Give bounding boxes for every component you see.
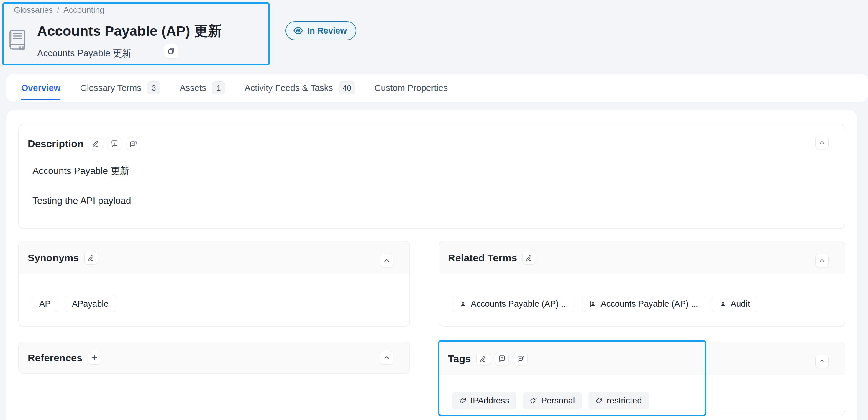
related-term-label: Audit — [731, 299, 750, 309]
tags-card: Tags ? — [439, 341, 845, 415]
related-term-label: Accounts Payable (AP) ... — [600, 299, 698, 309]
breadcrumb-accounting[interactable]: Accounting — [63, 5, 104, 15]
description-body: Accounts Payable 更新 Testing the API payl… — [19, 163, 845, 206]
page-header: Glossaries / Accounting Accounts Payable… — [0, 0, 868, 74]
breadcrumb-separator: / — [57, 5, 59, 15]
description-card-header: Description ? — [19, 124, 845, 163]
add-plus-icon — [91, 354, 98, 362]
collapse-description-button[interactable] — [815, 136, 829, 149]
collapse-synonyms-button[interactable] — [380, 253, 394, 267]
edit-description-button[interactable] — [89, 137, 102, 150]
header-divider — [274, 21, 274, 38]
related-terms-card-header: Related Terms — [439, 241, 845, 274]
synonyms-chip-row: AP APayable — [19, 274, 409, 312]
tab-glossary-terms[interactable]: Glossary Terms 3 — [80, 74, 160, 102]
related-terms-title: Related Terms — [448, 252, 517, 264]
tab-assets[interactable]: Assets 1 — [180, 74, 225, 102]
edit-related-terms-button[interactable] — [522, 251, 536, 265]
tag-icon — [530, 397, 537, 404]
tag-chip[interactable]: Personal — [523, 392, 582, 409]
description-paragraph: Accounts Payable 更新 — [32, 164, 831, 178]
tags-card-header: Tags ? — [439, 342, 845, 375]
tag-label: IPAddress — [470, 396, 509, 406]
tab-overview[interactable]: Overview — [21, 74, 60, 102]
description-paragraph: Testing the API payload — [32, 195, 831, 206]
status-badge-label: In Review — [307, 26, 347, 36]
related-term-label: Accounts Payable (AP) ... — [471, 299, 568, 309]
related-term-chip[interactable]: Audit — [712, 296, 757, 312]
overview-panel: Description ? — [6, 110, 857, 420]
tag-chip[interactable]: restricted — [588, 392, 649, 409]
collapse-related-terms-button[interactable] — [815, 253, 829, 267]
page-title: Accounts Payable (AP) 更新 — [37, 22, 222, 40]
page-subtitle: Accounts Payable 更新 — [37, 47, 131, 60]
tab-bar: Overview Glossary Terms 3 Assets 1 Activ… — [6, 74, 868, 102]
tag-icon — [595, 397, 602, 404]
tab-label: Assets — [180, 83, 206, 93]
tag-chip[interactable]: IPAddress — [452, 392, 517, 409]
tab-activity-feeds-tasks[interactable]: Activity Feeds & Tasks 40 — [245, 74, 355, 102]
references-card: References — [18, 341, 410, 374]
add-reference-button[interactable] — [88, 351, 101, 365]
tags-chip-row: IPAddress Personal restricted — [439, 375, 845, 409]
related-terms-chip-row: Accounts Payable (AP) ... Accounts Payab… — [439, 274, 845, 312]
related-terms-card: Related Terms Accounts Payable (AP) ... — [439, 241, 845, 327]
synonyms-title: Synonyms — [28, 252, 79, 264]
status-badge[interactable]: In Review — [285, 21, 356, 40]
description-title: Description — [28, 138, 84, 150]
related-term-chip[interactable]: Accounts Payable (AP) ... — [452, 296, 576, 312]
description-card: Description ? — [18, 124, 845, 229]
synonym-chip[interactable]: AP — [32, 296, 58, 312]
copy-name-button[interactable] — [164, 44, 178, 58]
tab-count-badge: 3 — [147, 82, 160, 94]
term-book-icon — [719, 300, 726, 307]
svg-text:?: ? — [114, 142, 115, 145]
glossary-term-book-icon — [8, 29, 27, 50]
question-bubble-icon[interactable]: ? — [495, 352, 509, 365]
synonyms-card: Synonyms AP APayable — [18, 241, 410, 327]
edit-synonyms-button[interactable] — [84, 251, 98, 265]
tab-count-badge: 40 — [339, 82, 355, 94]
svg-text:?: ? — [501, 357, 503, 360]
edit-tags-button[interactable] — [476, 352, 490, 365]
references-card-header: References — [19, 342, 409, 373]
breadcrumb: Glossaries / Accounting — [14, 5, 104, 15]
term-book-icon — [589, 300, 596, 307]
tag-icon — [459, 397, 466, 404]
synonym-chip[interactable]: APayable — [65, 296, 116, 312]
tags-title: Tags — [448, 353, 471, 365]
tab-count-badge: 1 — [212, 82, 225, 94]
breadcrumb-glossaries[interactable]: Glossaries — [14, 5, 53, 15]
references-title: References — [28, 352, 82, 364]
tab-label: Glossary Terms — [80, 83, 141, 93]
tab-label: Custom Properties — [375, 83, 448, 93]
tag-label: restricted — [607, 396, 642, 406]
term-book-icon — [460, 300, 467, 307]
tag-label: Personal — [541, 396, 575, 406]
comments-icon[interactable] — [514, 352, 528, 365]
related-term-chip[interactable]: Accounts Payable (AP) ... — [582, 296, 705, 312]
synonyms-card-header: Synonyms — [19, 241, 409, 274]
question-bubble-icon[interactable]: ? — [107, 137, 121, 150]
tab-custom-properties[interactable]: Custom Properties — [375, 74, 448, 102]
collapse-references-button[interactable] — [380, 351, 394, 365]
comments-icon[interactable] — [127, 137, 140, 150]
tab-label: Activity Feeds & Tasks — [245, 83, 333, 93]
active-tab-underline — [21, 99, 60, 100]
tab-label: Overview — [21, 83, 60, 93]
collapse-tags-button[interactable] — [815, 355, 829, 368]
